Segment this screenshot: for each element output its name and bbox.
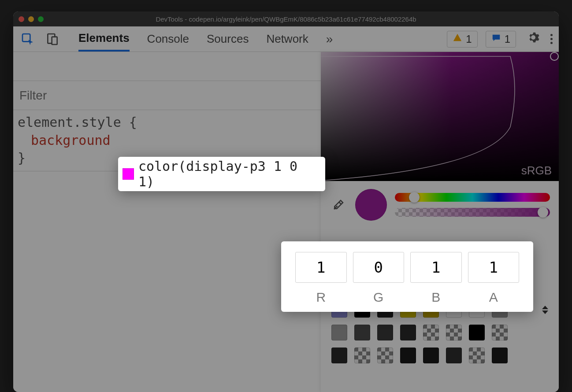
channel-input-r[interactable] <box>295 252 347 283</box>
warnings-count: 1 <box>466 33 472 45</box>
palette-swatch[interactable] <box>423 325 439 340</box>
device-toolbar-icon[interactable] <box>44 31 61 48</box>
svg-point-3 <box>550 52 558 60</box>
hue-slider[interactable] <box>395 193 550 202</box>
property-name[interactable]: background <box>31 133 111 148</box>
palette-swatch[interactable] <box>492 348 508 363</box>
titlebar: DevTools - codepen.io/argyleink/pen/QWBg… <box>13 11 559 26</box>
palette-swatch[interactable] <box>377 348 393 363</box>
palette-swatch[interactable] <box>354 325 370 340</box>
palette-swatch[interactable] <box>377 325 393 340</box>
close-icon[interactable] <box>19 16 24 22</box>
palette-swatch[interactable] <box>446 348 462 363</box>
channel-a: A <box>468 252 520 306</box>
devtools-toolbar: Elements Console Sources Network » 1 1 <box>13 26 559 52</box>
alpha-slider[interactable] <box>395 208 550 217</box>
palette-row <box>331 325 548 340</box>
palette-swatch[interactable] <box>400 325 416 340</box>
palette-swatch[interactable] <box>446 325 462 340</box>
tab-console[interactable]: Console <box>147 26 189 52</box>
channel-label: G <box>373 290 383 305</box>
color-value-text[interactable]: color(display-p3 1 0 1) <box>138 159 321 189</box>
palette-swatch[interactable] <box>331 348 347 363</box>
eyedropper-icon[interactable] <box>330 196 347 214</box>
color-picker: sRGB <box>321 52 559 392</box>
palette-swatch[interactable] <box>469 325 485 340</box>
current-color-swatch <box>355 189 387 221</box>
panel-tabs: Elements Console Sources Network <box>78 26 308 52</box>
issues-count: 1 <box>505 33 510 45</box>
window-title: DevTools - codepen.io/argyleink/pen/QWBg… <box>13 15 559 23</box>
tab-elements[interactable]: Elements <box>78 26 130 52</box>
palette-swatch[interactable] <box>423 348 439 363</box>
channel-input-a[interactable] <box>468 252 520 283</box>
tab-network[interactable]: Network <box>266 26 308 52</box>
kebab-menu-icon[interactable] <box>550 34 553 44</box>
palette-swatch[interactable] <box>400 348 416 363</box>
issues-icon <box>491 33 501 45</box>
channel-label: A <box>489 290 498 305</box>
palette-expand-icon[interactable] <box>542 306 548 314</box>
channel-label: R <box>316 290 326 305</box>
gamut-label: sRGB <box>521 164 552 178</box>
channel-g: G <box>353 252 405 306</box>
channel-label: B <box>431 290 440 305</box>
maximize-icon[interactable] <box>38 16 44 22</box>
minimize-icon[interactable] <box>28 16 34 22</box>
traffic-lights <box>19 16 44 22</box>
issues-badge[interactable]: 1 <box>486 31 516 48</box>
color-swatch-icon[interactable] <box>123 168 134 180</box>
palette-swatch[interactable] <box>331 325 347 340</box>
gear-icon[interactable] <box>527 31 540 47</box>
warning-icon <box>453 33 462 45</box>
inspect-element-icon[interactable] <box>19 31 36 48</box>
tab-sources[interactable]: Sources <box>207 26 249 52</box>
channel-r: R <box>295 252 347 306</box>
rgba-inputs-popover: RGBA <box>281 241 533 312</box>
devtools-window: DevTools - codepen.io/argyleink/pen/QWBg… <box>13 11 559 392</box>
palette-row <box>331 348 548 363</box>
color-gamut-area[interactable]: sRGB <box>321 52 559 181</box>
channel-b: B <box>410 252 462 306</box>
channel-input-g[interactable] <box>353 252 405 283</box>
color-value-popover: color(display-p3 1 0 1) <box>118 157 325 191</box>
warnings-badge[interactable]: 1 <box>447 31 477 48</box>
more-tabs-icon[interactable]: » <box>326 32 333 46</box>
channel-input-b[interactable] <box>410 252 462 283</box>
palette-swatch[interactable] <box>354 348 370 363</box>
palette-swatch[interactable] <box>469 348 485 363</box>
alpha-thumb[interactable] <box>538 207 548 218</box>
svg-rect-2 <box>52 37 57 44</box>
palette-swatch[interactable] <box>492 325 508 340</box>
hue-thumb[interactable] <box>409 192 420 203</box>
